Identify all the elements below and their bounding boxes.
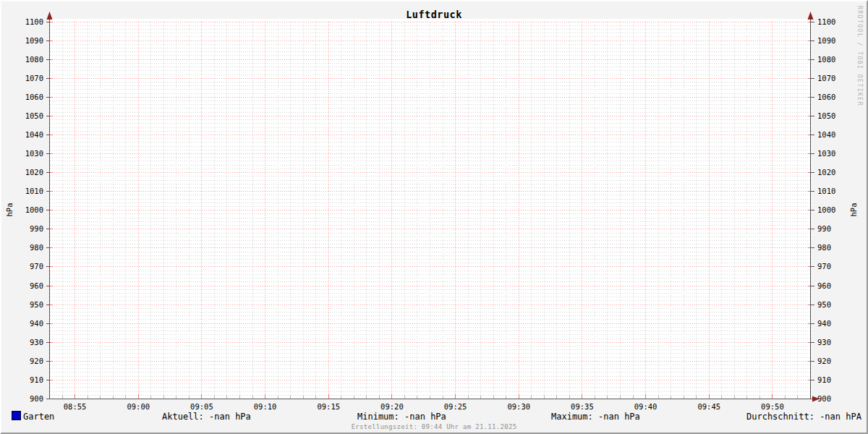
- svg-text:1100: 1100: [817, 17, 835, 26]
- stat-durchschnitt: Durchschnitt: -nan hPA: [746, 411, 861, 422]
- svg-text:970: 970: [817, 262, 831, 271]
- svg-text:1020: 1020: [817, 168, 835, 176]
- creation-timestamp: Erstellungszeit: 09:44 Uhr am 21.11.2025: [1, 423, 867, 430]
- svg-text:950: 950: [817, 300, 831, 309]
- svg-text:09:50: 09:50: [761, 402, 784, 411]
- svg-text:08:55: 08:55: [64, 402, 87, 411]
- svg-text:09:10: 09:10: [254, 402, 277, 411]
- svg-text:1040: 1040: [817, 130, 835, 139]
- svg-text:09:25: 09:25: [444, 402, 467, 411]
- stat-minimum: Minimum: -nan hPa: [357, 411, 446, 422]
- svg-text:09:15: 09:15: [317, 402, 340, 411]
- svg-text:1060: 1060: [25, 93, 43, 101]
- svg-text:1090: 1090: [817, 36, 835, 45]
- svg-text:900: 900: [817, 394, 831, 403]
- stat-aktuell: Aktuell: -nan hPa: [162, 411, 251, 422]
- rrdtool-watermark: RRDTOOL / TOBI OETIKER: [856, 6, 863, 106]
- legend-series-name: Garten: [23, 411, 54, 422]
- legend-swatch-garten: [12, 411, 21, 420]
- svg-text:1050: 1050: [817, 111, 835, 120]
- svg-text:1080: 1080: [25, 55, 43, 64]
- svg-text:09:40: 09:40: [634, 402, 658, 411]
- svg-text:09:35: 09:35: [571, 402, 594, 411]
- svg-text:09:45: 09:45: [697, 402, 720, 411]
- svg-text:1060: 1060: [817, 93, 835, 101]
- svg-text:1080: 1080: [817, 55, 835, 64]
- y-axis-unit-right: hPa: [849, 195, 858, 224]
- svg-text:970: 970: [30, 262, 43, 271]
- svg-text:1010: 1010: [817, 187, 835, 195]
- svg-text:1000: 1000: [25, 205, 43, 214]
- svg-text:1100: 1100: [25, 17, 43, 26]
- svg-text:900: 900: [30, 394, 43, 403]
- svg-text:1000: 1000: [817, 205, 835, 214]
- svg-text:910: 910: [30, 375, 43, 384]
- svg-text:1070: 1070: [25, 74, 43, 82]
- rrdtool-graph-frame: Luftdruck 110011001090109010801080107010…: [0, 0, 868, 434]
- legend-row: Garten Aktuell: -nan hPa Minimum: -nan h…: [1, 411, 867, 422]
- svg-text:960: 960: [30, 281, 43, 290]
- svg-text:980: 980: [817, 243, 831, 252]
- svg-text:940: 940: [817, 319, 831, 328]
- svg-text:1070: 1070: [817, 74, 835, 82]
- svg-text:1020: 1020: [25, 168, 43, 176]
- y-axis-unit-left: hPa: [5, 195, 14, 224]
- svg-text:920: 920: [817, 357, 831, 365]
- svg-text:1030: 1030: [25, 149, 43, 158]
- plot-area: 1100110010901090108010801070107010601060…: [1, 1, 868, 434]
- svg-text:940: 940: [30, 319, 43, 328]
- svg-text:980: 980: [30, 243, 43, 252]
- svg-text:930: 930: [30, 338, 43, 346]
- svg-text:1030: 1030: [817, 149, 835, 158]
- svg-text:960: 960: [817, 281, 831, 290]
- svg-text:990: 990: [30, 224, 43, 233]
- svg-text:920: 920: [30, 357, 43, 365]
- svg-text:1090: 1090: [25, 36, 43, 45]
- svg-text:1010: 1010: [25, 187, 43, 195]
- svg-text:09:30: 09:30: [507, 402, 530, 411]
- svg-text:910: 910: [817, 375, 831, 384]
- svg-text:930: 930: [817, 338, 831, 346]
- svg-text:1050: 1050: [25, 111, 43, 120]
- svg-text:09:20: 09:20: [380, 402, 404, 411]
- svg-text:950: 950: [30, 300, 43, 309]
- svg-text:1040: 1040: [25, 130, 43, 139]
- svg-text:990: 990: [817, 224, 831, 233]
- svg-text:09:00: 09:00: [127, 402, 150, 411]
- svg-text:09:05: 09:05: [190, 402, 213, 411]
- stat-maximum: Maximum: -nan hPa: [551, 411, 640, 422]
